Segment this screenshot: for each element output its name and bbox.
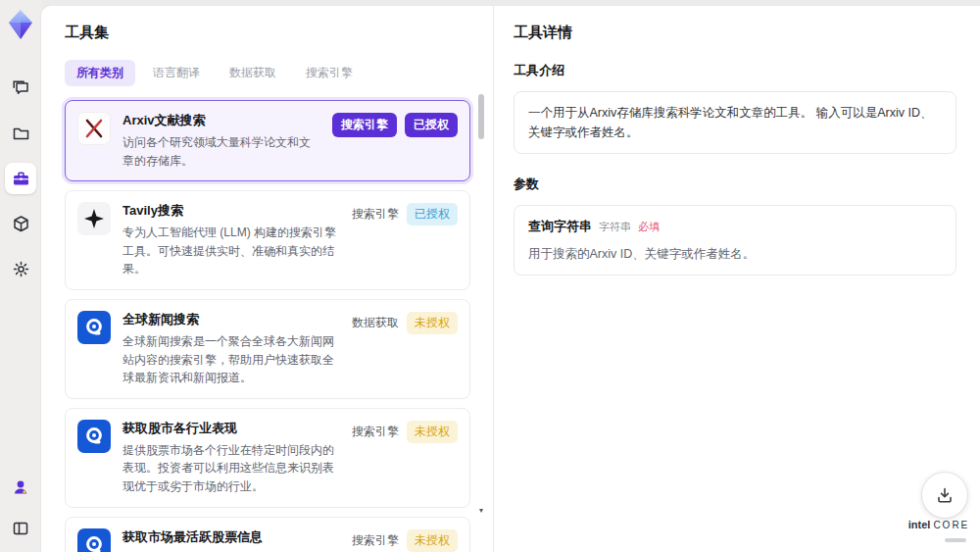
tool-list-pane: 工具集 所有类别语言翻译数据获取搜索引擎 Arxiv文献搜索访问各个研究领域大量… [41, 6, 493, 552]
tool-status-badge: 已授权 [405, 113, 458, 137]
app-logo-icon [8, 10, 33, 39]
briefcase-icon [12, 170, 30, 188]
scrollbar-caret-icon[interactable]: ▾ [477, 506, 485, 515]
intel-core-logo: intel CORE [904, 518, 974, 546]
param-desc: 用于搜索的Arxiv ID、关键字或作者姓名。 [528, 244, 942, 264]
tool-desc: 全球新闻搜索是一个聚合全球各大新闻网站内容的搜索引擎，帮助用户快速获取全球最新资… [122, 332, 340, 387]
tool-category-tag: 数据获取 [352, 315, 399, 331]
arxiv-tool-icon [77, 112, 111, 145]
chat-icon [12, 79, 30, 98]
tool-status-badge: 未授权 [407, 312, 458, 334]
param-box: 查询字符串 字符串 必填 用于搜索的Arxiv ID、关键字或作者姓名。 [514, 205, 956, 276]
tool-detail-pane: 工具详情 工具介绍 一个用于从Arxiv存储库搜索科学论文和文章的工具。 输入可… [493, 6, 980, 552]
params-heading: 参数 [514, 176, 956, 193]
param-name: 查询字符串 [528, 217, 592, 237]
tool-list-item[interactable]: 获取市场最活跃股票信息提供当天交易量最高的股票列表。投资者可以利用这些信息来识别… [65, 517, 470, 552]
sidebar-item-chat[interactable] [5, 73, 36, 104]
tab-1[interactable]: 语言翻译 [141, 60, 212, 86]
detail-title: 工具详情 [514, 24, 956, 42]
tool-name: 全球新闻搜索 [122, 311, 340, 328]
tool-desc: 提供股票市场各个行业在特定时间段内的表现。投资者可以利用这些信息来识别表现优于或… [122, 441, 340, 496]
page-title: 工具集 [65, 24, 493, 42]
param-required-label: 必填 [638, 219, 660, 236]
tool-status-badge: 未授权 [407, 529, 458, 552]
tool-desc: 访问各个研究领域大量科学论文和文章的存储库。 [122, 133, 320, 170]
intro-box: 一个用于从Arxiv存储库搜索科学论文和文章的工具。 输入可以是Arxiv ID… [514, 91, 956, 154]
download-button[interactable] [922, 473, 967, 518]
news-tool-icon [77, 420, 111, 453]
sidebar-item-files[interactable] [5, 118, 36, 149]
param-type: 字符串 [599, 219, 631, 236]
sidebar-item-profile[interactable] [5, 472, 36, 503]
app-root: 工具集 所有类别语言翻译数据获取搜索引擎 Arxiv文献搜索访问各个研究领域大量… [0, 0, 980, 552]
param-meta-row: 查询字符串 字符串 必填 [528, 217, 942, 237]
star-tool-icon [77, 202, 111, 235]
sidebar-item-settings[interactable] [5, 253, 36, 284]
tool-name: Tavily搜索 [122, 202, 340, 220]
tool-list-item[interactable]: 全球新闻搜索全球新闻搜索是一个聚合全球各大新闻网站内容的搜索引擎，帮助用户快速获… [65, 299, 470, 399]
intro-text: 一个用于从Arxiv存储库搜索科学论文和文章的工具。 输入可以是Arxiv ID… [528, 106, 933, 139]
tool-list-item[interactable]: 获取股市各行业表现提供股票市场各个行业在特定时间段内的表现。投资者可以利用这些信… [65, 408, 470, 508]
gear-icon [12, 260, 30, 278]
tool-category-tag: 搜索引擎 [352, 424, 399, 440]
news-tool-icon [77, 311, 111, 344]
tool-list-item[interactable]: Tavily搜索专为人工智能代理 (LLM) 构建的搜索引擎工具。可快速提供实时… [65, 190, 470, 290]
tool-category-tag: 搜索引擎 [352, 532, 399, 549]
main-surface: 工具集 所有类别语言翻译数据获取搜索引擎 Arxiv文献搜索访问各个研究领域大量… [41, 6, 980, 552]
tab-3[interactable]: 搜索引擎 [294, 60, 365, 86]
list-scrollbar[interactable]: ▾ [477, 76, 485, 546]
tool-status-badge: 已授权 [407, 203, 458, 226]
tool-name: Arxiv文献搜索 [122, 112, 320, 129]
brand-intel-text: intel [908, 519, 931, 530]
tool-name: 获取股市各行业表现 [122, 420, 340, 437]
news-tool-icon [77, 528, 111, 552]
brand-core-text: CORE [933, 520, 969, 530]
tool-list-item[interactable]: Arxiv文献搜索访问各个研究领域大量科学论文和文章的存储库。搜索引擎已授权 [65, 100, 470, 181]
intro-heading: 工具介绍 [514, 62, 956, 79]
panel-icon [12, 520, 29, 537]
sidebar-item-collapse[interactable] [5, 513, 36, 544]
category-tabs: 所有类别语言翻译数据获取搜索引擎 [65, 60, 493, 86]
tool-list: Arxiv文献搜索访问各个研究领域大量科学论文和文章的存储库。搜索引擎已授权 T… [65, 100, 470, 552]
tool-category-tag: 搜索引擎 [352, 206, 399, 223]
tool-desc: 专为人工智能代理 (LLM) 构建的搜索引擎工具。可快速提供实时、准确和真实的结… [122, 224, 340, 278]
sidebar-item-packages[interactable] [5, 208, 36, 239]
tab-2[interactable]: 数据获取 [218, 60, 288, 86]
cube-icon [12, 215, 30, 233]
download-icon [936, 486, 954, 504]
sidebar-item-tools[interactable] [5, 163, 36, 194]
folder-icon [12, 125, 30, 143]
user-icon [12, 478, 29, 496]
sidebar-rail [0, 0, 41, 552]
brand-sub-badge [945, 538, 966, 542]
tool-category-tag: 搜索引擎 [332, 113, 397, 137]
tool-status-badge: 未授权 [407, 421, 458, 443]
scrollbar-thumb[interactable] [478, 94, 484, 139]
tab-0[interactable]: 所有类别 [65, 60, 135, 86]
tool-name: 获取市场最活跃股票信息 [122, 528, 340, 546]
